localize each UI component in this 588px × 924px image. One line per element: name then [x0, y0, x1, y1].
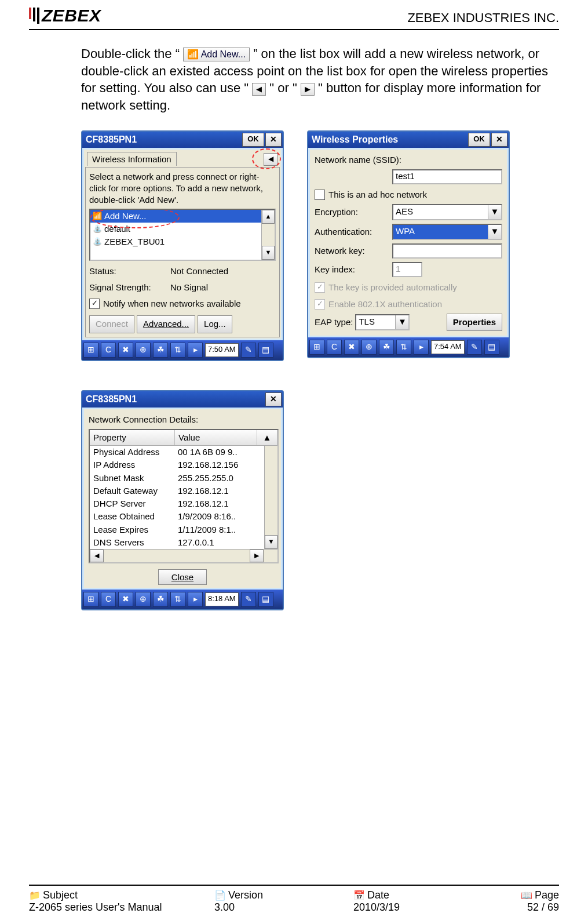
tray-icon[interactable]: ☘ [153, 343, 168, 358]
tab-wireless-information[interactable]: Wireless Information [87, 152, 177, 166]
column-property[interactable]: Property [90, 430, 175, 445]
start-icon[interactable]: ⊞ [83, 592, 98, 607]
tab-scroll-left-icon[interactable]: ◀ [264, 153, 277, 166]
page-footer: 📁Subject Z-2065 series User's Manual 📄Ve… [29, 885, 559, 914]
network-listbox[interactable]: 📶Add New...⛲default⛲ZEBEX_TBU01 ▲ ▼ [89, 209, 276, 261]
tray-icon[interactable]: ✎ [241, 592, 256, 607]
value-cell: 255.255.255.0 [174, 472, 277, 485]
page-header: ZEBEX ZEBEX INDUSTRIES INC. [29, 0, 559, 30]
list-scrollbar[interactable]: ▲ ▼ [261, 210, 275, 260]
column-value[interactable]: Value [175, 430, 257, 445]
table-row: IP Address192.168.12.156 [90, 459, 277, 471]
encryption-label: Encryption: [315, 206, 389, 218]
clock: 8:18 AM [205, 592, 239, 606]
tray-icon[interactable]: C [101, 343, 116, 358]
ok-button[interactable]: OK [242, 133, 264, 147]
tray-icon[interactable]: ☘ [153, 592, 168, 607]
log-button[interactable]: Log... [198, 315, 232, 333]
tray-icon[interactable]: ⊕ [136, 592, 151, 607]
close-button[interactable]: ✕ [491, 133, 507, 147]
scroll-down-icon[interactable]: ▼ [262, 246, 275, 260]
tray-icon[interactable]: ✎ [241, 343, 256, 358]
tray-icon[interactable]: ⇅ [396, 340, 411, 355]
properties-button[interactable]: Properties [447, 314, 502, 331]
tray-icon[interactable]: ⇅ [170, 592, 185, 607]
table-row: Default Gateway192.168.12.1 [90, 485, 277, 497]
tray-icon[interactable]: ☘ [379, 340, 394, 355]
network-list-item[interactable]: 📶Add New... [90, 210, 275, 223]
tray-icon[interactable]: C [327, 340, 342, 355]
start-icon[interactable]: ⊞ [309, 340, 324, 355]
tray-icon[interactable]: ▸ [414, 340, 429, 355]
dot1x-checkbox: ✓ [315, 299, 325, 310]
tray-icon[interactable]: ▤ [258, 592, 273, 607]
chevron-down-icon[interactable]: ▼ [395, 315, 408, 329]
signal-label: Signal Strength: [89, 282, 170, 293]
tray-icon[interactable]: C [101, 592, 116, 607]
network-key-input[interactable] [392, 243, 502, 259]
tray-icon[interactable]: ⊕ [136, 343, 151, 358]
screenshot-wireless-info: CF8385PN1 OK ✕ Wireless Information ◀ Se… [81, 130, 284, 361]
screenshot-connection-details: CF8385PN1 ✕ Network Connection Details: … [81, 390, 284, 611]
left-arrow-icon: ◀ [252, 83, 266, 96]
subject-value: Z-2065 series User's Manual [29, 901, 214, 914]
network-list-item[interactable]: ⛲default [90, 223, 275, 235]
close-details-button[interactable]: Close [158, 569, 207, 585]
chevron-down-icon[interactable]: ▼ [488, 205, 501, 219]
date-value: 2010/3/19 [353, 901, 475, 914]
tray-icon[interactable]: ✖ [118, 343, 133, 358]
adhoc-checkbox[interactable] [315, 190, 325, 200]
advanced-button[interactable]: Advanced... [137, 315, 195, 333]
scroll-right-icon[interactable]: ▶ [250, 550, 264, 562]
tray-icon[interactable]: ✎ [467, 340, 482, 355]
date-label: Date [367, 889, 389, 901]
page-label: Page [535, 889, 559, 901]
ok-button[interactable]: OK [468, 133, 490, 147]
tray-icon[interactable]: ⇅ [170, 343, 185, 358]
clock: 7:50 AM [205, 343, 239, 357]
tray-icon[interactable]: ✖ [118, 592, 133, 607]
eap-type-select[interactable]: TLS▼ [355, 314, 410, 330]
authentication-select[interactable]: WPA▼ [392, 224, 502, 240]
dot1x-label: Enable 802.1X authentication [328, 299, 442, 310]
horizontal-scrollbar[interactable]: ◀ ▶ [90, 549, 277, 562]
page-value: 52 / 69 [475, 901, 559, 914]
status-value: Not Connected [170, 265, 228, 277]
start-icon[interactable]: ⊞ [83, 343, 98, 358]
property-cell: Subnet Mask [90, 472, 174, 485]
tray-icon[interactable]: ✖ [344, 340, 359, 355]
eap-type-label: EAP type: [315, 317, 353, 328]
scroll-up-icon[interactable]: ▲ [257, 430, 277, 445]
signal-icon: ⛲ [93, 224, 102, 234]
taskbar: ⊞ C ✖ ⊕ ☘ ⇅ ▸ 8:18 AM ✎ ▤ [82, 590, 283, 609]
subject-label: Subject [43, 889, 78, 901]
tray-icon[interactable]: ▤ [484, 340, 499, 355]
table-row: DHCP Server192.168.12.1 [90, 497, 277, 510]
table-scrollbar[interactable]: ▼ [264, 446, 277, 549]
notify-checkbox[interactable]: ✓ [89, 299, 100, 309]
connect-button[interactable]: Connect [89, 315, 134, 333]
close-button[interactable]: ✕ [265, 392, 282, 406]
network-list-item[interactable]: ⛲ZEBEX_TBU01 [90, 235, 275, 248]
para-frag: " or " [269, 81, 301, 95]
tray-icon[interactable]: ▸ [188, 592, 203, 607]
table-row: Lease Obtained1/9/2009 8:16.. [90, 510, 277, 523]
tray-icon[interactable]: ▸ [188, 343, 203, 358]
network-name: Add New... [104, 210, 147, 222]
chevron-down-icon[interactable]: ▼ [488, 225, 501, 239]
tray-icon[interactable]: ⊕ [361, 340, 377, 355]
close-button[interactable]: ✕ [265, 133, 282, 147]
scroll-left-icon[interactable]: ◀ [90, 550, 104, 562]
screenshot-wireless-properties: Wireless Properties OK ✕ Network name (S… [307, 130, 510, 358]
value-cell: 1/11/2009 8:1.. [174, 523, 277, 536]
clock: 7:54 AM [431, 340, 465, 354]
encryption-select[interactable]: AES▼ [392, 204, 502, 220]
scroll-down-icon[interactable]: ▼ [265, 535, 277, 549]
network-name: default [104, 223, 130, 235]
notify-label: Notify when new networks available [103, 298, 241, 310]
taskbar: ⊞ C ✖ ⊕ ☘ ⇅ ▸ 7:50 AM ✎ ▤ [82, 340, 283, 360]
table-row: Physical Address00 1A 6B 09 9.. [90, 446, 277, 459]
ssid-input[interactable]: test1 [392, 169, 502, 184]
tray-icon[interactable]: ▤ [258, 343, 273, 358]
scroll-up-icon[interactable]: ▲ [262, 210, 275, 224]
